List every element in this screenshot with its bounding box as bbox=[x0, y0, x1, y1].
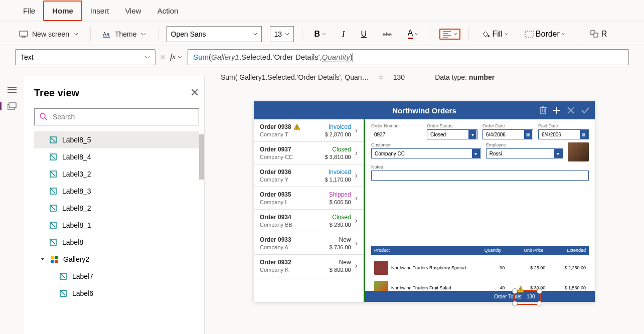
warning-icon: ! bbox=[293, 124, 300, 130]
product-unit-price: $ 25.00 bbox=[505, 265, 545, 270]
order-row[interactable]: Order 0934Company BBClosed$ 230.00› bbox=[254, 210, 364, 232]
svg-rect-18 bbox=[9, 103, 16, 108]
order-row[interactable]: Order 0933Company ANew$ 736.00› bbox=[254, 232, 364, 255]
tree-item-label6[interactable]: Label6 bbox=[34, 285, 199, 302]
tree-scroll[interactable]: Label8_5Label8_4Label3_2Label8_3Label8_2… bbox=[34, 131, 199, 332]
scrollbar-thumb[interactable] bbox=[199, 134, 204, 180]
svg-rect-11 bbox=[525, 31, 533, 37]
order-row[interactable]: Order 0938 !Company TInvoiced$ 2,870.00› bbox=[254, 119, 364, 142]
customer-dropdown[interactable]: Company CC▾ bbox=[371, 148, 481, 158]
resize-handle[interactable] bbox=[537, 288, 542, 294]
resize-handle[interactable] bbox=[512, 301, 518, 306]
selected-value: 130 bbox=[527, 294, 535, 299]
tree-item-label8_5[interactable]: Label8_5 bbox=[34, 131, 199, 148]
search-input[interactable] bbox=[53, 113, 194, 121]
tree-view-icon[interactable] bbox=[0, 102, 17, 110]
resize-handle[interactable] bbox=[512, 288, 518, 294]
menu-insert[interactable]: Insert bbox=[82, 2, 117, 20]
field-label: Customer bbox=[371, 142, 481, 147]
order-row[interactable]: Order 0935Company IShipped$ 606.50› bbox=[254, 187, 364, 210]
font-size-combo[interactable]: 13 bbox=[270, 26, 294, 42]
label-icon bbox=[59, 289, 67, 297]
chevron-right-icon: › bbox=[355, 194, 358, 203]
employee-dropdown[interactable]: Rossi▾ bbox=[486, 148, 563, 158]
order-id: Order 0935 bbox=[260, 191, 291, 198]
tree-item-label: Label6 bbox=[72, 289, 93, 297]
tree-item-label3_2[interactable]: Label3_2 bbox=[34, 165, 199, 183]
tree-item-gallery2[interactable]: Gallery2 bbox=[34, 251, 199, 268]
border-button[interactable]: Border bbox=[521, 28, 570, 41]
tree-item-label: Label3_2 bbox=[62, 170, 91, 178]
align-button[interactable] bbox=[439, 29, 460, 40]
hamburger-icon[interactable] bbox=[8, 86, 17, 93]
result-equals: = bbox=[379, 73, 383, 81]
font-color-button[interactable]: A bbox=[404, 27, 423, 41]
check-icon[interactable] bbox=[581, 106, 590, 114]
svg-line-20 bbox=[45, 118, 47, 120]
product-row[interactable]: Northwind Traders Raspberry Spread90$ 25… bbox=[371, 258, 589, 278]
expand-icon[interactable] bbox=[40, 257, 45, 262]
calendar-icon: ▦ bbox=[524, 130, 532, 139]
italic-button[interactable]: I bbox=[338, 28, 349, 41]
order-date-picker[interactable]: 6/4/2006▦ bbox=[482, 129, 533, 139]
font-combo[interactable]: Open Sans bbox=[167, 26, 262, 42]
order-id: Order 0938 ! bbox=[260, 123, 300, 130]
gallery-icon bbox=[50, 255, 58, 263]
close-icon[interactable]: ✕ bbox=[190, 86, 199, 99]
tree-item-label: Label8_3 bbox=[62, 187, 91, 195]
paid-date-picker[interactable]: 6/4/2006▦ bbox=[538, 129, 589, 139]
product-name: Northwind Traders Raspberry Spread bbox=[391, 265, 472, 270]
separator bbox=[468, 27, 469, 41]
theme-button[interactable]: Aa Theme bbox=[99, 28, 150, 40]
menu-view[interactable]: View bbox=[117, 2, 149, 20]
svg-rect-13 bbox=[594, 33, 598, 37]
formula-input[interactable]: Sum( Gallery1.Selected.'Order Details', … bbox=[188, 49, 629, 65]
tree-item-label8_4[interactable]: Label8_4 bbox=[34, 148, 199, 165]
new-screen-button[interactable]: New screen bbox=[15, 28, 82, 40]
tree-item-label8[interactable]: Label8 bbox=[34, 234, 199, 251]
menu-file[interactable]: File bbox=[15, 2, 43, 20]
screen-icon bbox=[19, 31, 28, 38]
order-company: Company BB bbox=[260, 222, 292, 228]
notes-input[interactable] bbox=[371, 171, 589, 181]
order-amount: $ 800.00 bbox=[330, 267, 351, 273]
canvas-area[interactable]: Northwind Orders Order 0938 !Company TIn… bbox=[205, 94, 644, 334]
trash-icon[interactable] bbox=[540, 106, 547, 114]
search-icon bbox=[40, 113, 48, 121]
order-status: Invoiced bbox=[329, 169, 351, 176]
orders-gallery[interactable]: Order 0938 !Company TInvoiced$ 2,870.00›… bbox=[254, 119, 365, 302]
menu-action[interactable]: Action bbox=[149, 2, 187, 20]
add-icon[interactable] bbox=[553, 106, 561, 114]
chevron-right-icon: › bbox=[355, 148, 358, 157]
tree-item-label: Gallery2 bbox=[63, 255, 89, 263]
order-row[interactable]: Order 0936Company YInvoiced$ 1,170.00› bbox=[254, 164, 364, 187]
tree-item-label7[interactable]: Label7 bbox=[34, 268, 199, 285]
product-extended: $ 1,560.00 bbox=[545, 285, 586, 290]
order-row[interactable]: Order 0932Company KNew$ 800.00› bbox=[254, 255, 364, 277]
theme-icon: Aa bbox=[103, 31, 111, 38]
reorder-button[interactable]: R bbox=[586, 28, 611, 41]
svg-rect-34 bbox=[541, 108, 546, 114]
svg-rect-0 bbox=[20, 31, 28, 36]
fill-button[interactable]: Fill bbox=[477, 28, 512, 41]
order-id: Order 0933 bbox=[260, 236, 291, 243]
property-selector[interactable]: Text bbox=[15, 49, 155, 65]
underline-button[interactable]: U bbox=[357, 28, 371, 41]
cancel-icon[interactable] bbox=[567, 106, 575, 114]
order-company: Company A bbox=[260, 244, 291, 250]
field-label: Notes bbox=[371, 164, 589, 170]
menu-home[interactable]: Home bbox=[43, 1, 82, 21]
strikethrough-button[interactable]: abc bbox=[379, 29, 396, 39]
svg-point-10 bbox=[488, 35, 490, 37]
bold-button[interactable]: B bbox=[310, 28, 331, 41]
resize-handle[interactable] bbox=[537, 301, 542, 306]
tree-item-label8_1[interactable]: Label8_1 bbox=[34, 217, 199, 234]
tree-item-label8_3[interactable]: Label8_3 bbox=[34, 183, 199, 200]
selected-control[interactable]: ! 130 bbox=[514, 290, 541, 305]
tree-title: Tree view bbox=[34, 87, 79, 99]
order-row[interactable]: Order 0937Company CCClosed$ 3,810.00› bbox=[254, 142, 364, 164]
order-status-dropdown[interactable]: Closed▾ bbox=[427, 129, 477, 139]
fx-button[interactable]: fx bbox=[170, 53, 183, 61]
search-box[interactable] bbox=[34, 108, 199, 125]
tree-item-label8_2[interactable]: Label8_2 bbox=[34, 200, 199, 217]
